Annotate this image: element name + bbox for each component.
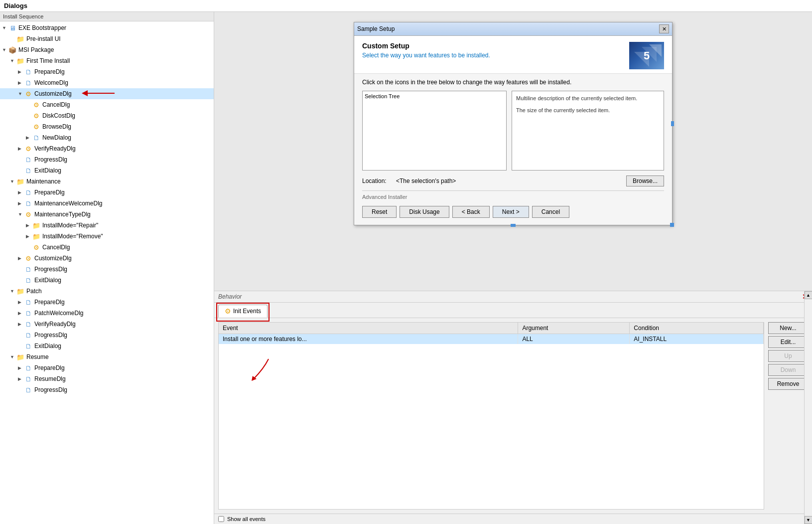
tree-item-installmode-remove[interactable]: ▶ 📁 InstallMode="Remove"	[0, 231, 214, 242]
tree-item-diskcostdlg[interactable]: ⚙ DiskCostDlg	[0, 110, 214, 121]
dialog-header-text: Custom Setup Select the way you want fea…	[362, 42, 490, 59]
col-condition: Condition	[630, 323, 764, 334]
tree-item-installmode-repair[interactable]: ▶ 📁 InstallMode="Repair"	[0, 220, 214, 231]
tree-item-verifyreadydlg-2[interactable]: ▶ 🗋 VerifyReadyDlg	[0, 319, 214, 330]
reset-button[interactable]: Reset	[362, 206, 397, 218]
app-title: Dialogs	[4, 2, 27, 9]
location-label: Location:	[362, 177, 392, 184]
resize-handle-bottom[interactable]	[511, 224, 516, 227]
tree-item-preparedlg-2[interactable]: ▶ 🗋 PrepareDlg	[0, 187, 214, 198]
tree-item-preparedlg-3[interactable]: ▶ 🗋 PrepareDlg	[0, 297, 214, 308]
tree-item-browsedlg[interactable]: ⚙ BrowseDlg	[0, 121, 214, 132]
package-icon: 📦	[8, 46, 17, 54]
dialog-doc-icon: 🗋	[24, 386, 33, 394]
dialog-container: Sample Setup ✕ Custom Setup Select the w…	[354, 22, 673, 225]
gear-dialog-icon: ⚙	[32, 243, 41, 251]
tab-label: Init Events	[233, 308, 261, 315]
tree-item-progressdlg-2[interactable]: 🗋 ProgressDlg	[0, 264, 214, 275]
dialog-subtitle: Select the way you want features to be i…	[362, 52, 490, 59]
show-all-checkbox[interactable]	[218, 516, 224, 522]
behavior-title: Behavior	[218, 293, 242, 300]
dialog-window-title: Sample Setup	[357, 25, 395, 32]
folder-yellow-icon: 📁	[16, 287, 25, 295]
selection-tree-box[interactable]: Selection Tree	[362, 91, 507, 171]
tree-item-pre-install-ui[interactable]: 📁 Pre-install UI	[0, 33, 214, 44]
dialog-doc-icon: 🗋	[24, 331, 33, 339]
dialog-title: Custom Setup	[362, 42, 490, 50]
browse-button[interactable]: Browse...	[626, 175, 664, 186]
edit-button[interactable]: Edit...	[768, 336, 808, 348]
folder-blue-icon: 🖥	[8, 24, 17, 32]
tree-item-customizedlg[interactable]: ▼ ⚙ CustomizeDlg	[0, 88, 214, 99]
cell-argument: ALL	[518, 334, 630, 345]
scroll-up-arrow[interactable]: ▲	[805, 291, 812, 299]
up-button[interactable]: Up	[768, 350, 808, 362]
dialog-buttons: Reset Disk Usage < Back Next > Cancel	[362, 203, 664, 220]
dialog-logo: 5	[629, 42, 664, 69]
new-button[interactable]: New...	[768, 322, 808, 334]
tree-item-patch[interactable]: ▼ 📁 Patch	[0, 286, 214, 297]
next-button[interactable]: Next >	[493, 206, 529, 218]
section-header: Install Sequence	[0, 12, 214, 21]
tree-item-maintenancewelcomedlg[interactable]: ▶ 🗋 MaintenanceWelcomeDlg	[0, 198, 214, 209]
tree-item-exe-bootstrapper[interactable]: ▼ 🖥 EXE Bootstrapper	[0, 22, 214, 33]
tree-item-exitdialog-1[interactable]: 🗋 ExitDialog	[0, 165, 214, 176]
tree-item-canceldlg-1[interactable]: ⚙ CancelDlg	[0, 99, 214, 110]
scroll-down-arrow[interactable]: ▼	[805, 516, 812, 524]
gear-tab-icon: ⚙	[225, 307, 231, 315]
behavior-header: Behavior ✕	[214, 291, 812, 303]
tree-item-exitdialog-3[interactable]: 🗋 ExitDialog	[0, 341, 214, 351]
location-row: Location: <The selection's path> Browse.…	[362, 175, 664, 186]
tree-item-maintenance[interactable]: ▼ 📁 Maintenance	[0, 176, 214, 187]
dialog-doc-icon: 🗋	[24, 188, 33, 196]
description-line1: Multiline description of the currently s…	[516, 95, 660, 101]
tree-item-preparedlg-1[interactable]: ▶ 🗋 PrepareDlg	[0, 66, 214, 77]
back-button[interactable]: < Back	[452, 206, 490, 218]
right-panel: Sample Setup ✕ Custom Setup Select the w…	[214, 12, 812, 524]
gear-dialog-icon: ⚙	[32, 101, 41, 109]
down-button[interactable]: Down	[768, 364, 808, 376]
dialog-doc-icon: 🗋	[24, 265, 33, 273]
tree-item-customizedlg-2[interactable]: ▶ ⚙ CustomizeDlg	[0, 253, 214, 264]
tree-item-progressdlg-1[interactable]: 🗋 ProgressDlg	[0, 154, 214, 165]
tree-item-patchwelcomedlg[interactable]: ▶ 🗋 PatchWelcomeDlg	[0, 308, 214, 319]
dialog-close-button[interactable]: ✕	[659, 24, 669, 33]
show-all-events-row: Show all events	[214, 514, 812, 524]
behavior-header-wrapper: Behavior ✕ ⚙ Init Events	[214, 291, 812, 318]
dialog-doc-icon: 🗋	[24, 156, 33, 164]
dialog-doc-icon: 🗋	[24, 309, 33, 317]
dialog-titlebar: Sample Setup ✕	[354, 22, 672, 36]
tree-item-canceldlg-2[interactable]: ⚙ CancelDlg	[0, 242, 214, 253]
tree-container[interactable]: ▼ 🖥 EXE Bootstrapper 📁 Pre-install UI ▼ …	[0, 21, 214, 524]
tree-item-exitdialog-2[interactable]: 🗋 ExitDialog	[0, 275, 214, 286]
dialog-doc-icon: 🗋	[24, 68, 33, 76]
tree-item-welcomedlg[interactable]: ▶ 🗋 WelcomeDlg	[0, 77, 214, 88]
tree-item-first-time-install[interactable]: ▼ 📁 First Time Install	[0, 55, 214, 66]
table-row[interactable]: Install one or more features lo... ALL A…	[219, 334, 764, 345]
tree-item-maintenancetypedlg[interactable]: ▼ ⚙ MaintenanceTypeDlg	[0, 209, 214, 220]
tree-item-msi-package[interactable]: ▼ 📦 MSI Package	[0, 44, 214, 55]
tree-item-progressdlg-4[interactable]: 🗋 ProgressDlg	[0, 384, 214, 395]
tree-item-resumedlg[interactable]: ▶ 🗋 ResumeDlg	[0, 373, 214, 384]
tree-item-verifyreadydlg-1[interactable]: ▶ ⚙ VerifyReadyDlg	[0, 143, 214, 154]
col-argument: Argument	[518, 323, 630, 334]
cell-event: Install one or more features lo...	[219, 334, 518, 345]
tree-item-preparedlg-4[interactable]: ▶ 🗋 PrepareDlg	[0, 362, 214, 373]
dialog-doc-icon: 🗋	[24, 79, 33, 87]
folder-yellow-icon: 📁	[16, 35, 25, 43]
dialog-body: Custom Setup Select the way you want fea…	[354, 36, 672, 225]
remove-button[interactable]: Remove	[768, 378, 808, 390]
cancel-button[interactable]: Cancel	[532, 206, 569, 218]
events-table: Event Argument Condition Install one or …	[219, 323, 764, 344]
tree-item-newdialog[interactable]: ▶ 🗋 NewDialog	[0, 132, 214, 143]
right-scrollbar[interactable]: ▲ ▼	[804, 291, 812, 524]
tree-item-progressdlg-3[interactable]: 🗋 ProgressDlg	[0, 330, 214, 341]
behavior-section: Behavior ✕ ⚙ Init Events	[214, 291, 812, 524]
dialog-doc-icon: 🗋	[24, 364, 33, 372]
tree-item-resume[interactable]: ▼ 📁 Resume	[0, 351, 214, 362]
disk-usage-button[interactable]: Disk Usage	[400, 206, 449, 218]
left-panel: Install Sequence ▼ 🖥 EXE Bootstrapper 📁 …	[0, 12, 214, 524]
tab-init-events[interactable]: ⚙ Init Events	[218, 305, 268, 318]
resize-handle-corner[interactable]	[670, 223, 674, 227]
resize-handle-right[interactable]	[671, 121, 674, 126]
